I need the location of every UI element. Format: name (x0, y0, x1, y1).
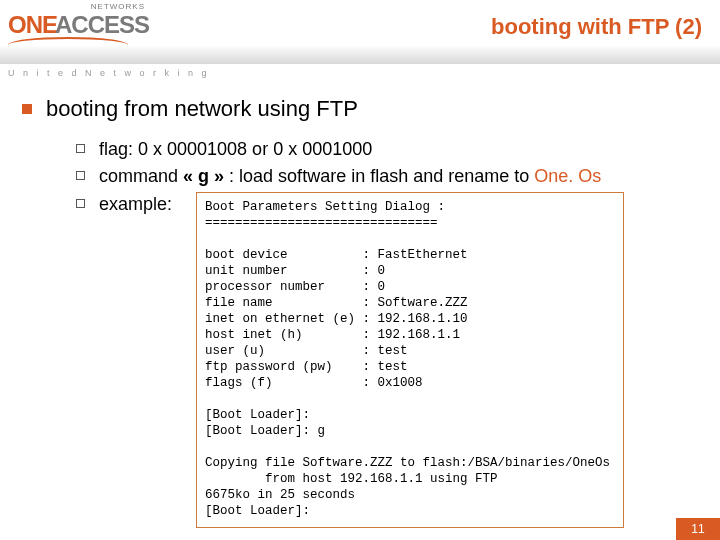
command-pre: command (99, 166, 183, 186)
logo-networks-text: NETWORKS (8, 2, 145, 11)
sub-bullet-command: command « g » : load software in flash a… (76, 165, 698, 188)
command-g: « g » (183, 166, 224, 186)
sub-bullet-flag-text: flag: 0 x 00001008 or 0 x 0001000 (99, 138, 372, 161)
command-mid: : load software in flash and rename to (224, 166, 534, 186)
logo-access-text: ACCESS (55, 11, 149, 39)
hollow-square-icon (76, 171, 85, 180)
slide-title: booting with FTP (2) (491, 14, 702, 40)
main-bullet-text: booting from network using FTP (46, 96, 358, 122)
bullet-square-icon (22, 104, 32, 114)
logo-one-text: ONE (8, 11, 57, 39)
logo: NETWORKS ONE ACCESS (8, 6, 149, 45)
slide-header: NETWORKS ONE ACCESS booting with FTP (2) (0, 0, 720, 64)
command-brand: One. Os (534, 166, 601, 186)
hollow-square-icon (76, 199, 85, 208)
terminal-output: Boot Parameters Setting Dialog : =======… (196, 192, 624, 528)
hollow-square-icon (76, 144, 85, 153)
page-number: 11 (676, 518, 720, 540)
main-bullet: booting from network using FTP (22, 96, 698, 122)
tagline: U n i t e d N e t w o r k i n g (8, 68, 210, 78)
sub-bullet-flag: flag: 0 x 00001008 or 0 x 0001000 (76, 138, 698, 161)
sub-bullet-command-text: command « g » : load software in flash a… (99, 165, 601, 188)
sub-bullet-example-text: example: (99, 193, 172, 216)
